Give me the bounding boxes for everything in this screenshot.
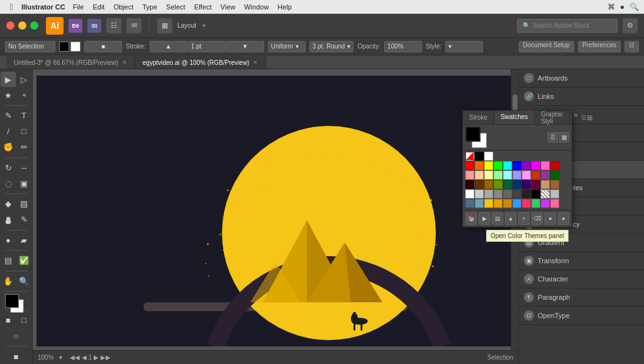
- list-view-btn[interactable]: ☰: [548, 132, 558, 142]
- menu-type[interactable]: Type: [138, 0, 161, 14]
- menu-object[interactable]: Object: [109, 0, 137, 14]
- menu-select[interactable]: Select: [162, 0, 189, 14]
- new-color-group-btn[interactable]: ▲: [505, 212, 516, 225]
- panel-gradient[interactable]: ▨ Gradient: [519, 234, 644, 252]
- delete-swatch-btn[interactable]: ⌫: [531, 212, 543, 225]
- first-page[interactable]: ◀◀: [70, 354, 80, 361]
- swatch-lt-blue2[interactable]: [513, 199, 521, 208]
- swatch-dk-brown1[interactable]: [465, 180, 474, 189]
- swatch-rose[interactable]: [550, 199, 559, 208]
- swatch-black[interactable]: [475, 152, 484, 161]
- fill-button[interactable]: ■: [1, 312, 16, 327]
- last-page[interactable]: ▶▶: [101, 354, 111, 361]
- swatch-pattern[interactable]: [541, 190, 550, 198]
- prev-page[interactable]: ◀: [82, 354, 87, 361]
- swatch-white[interactable]: [484, 152, 493, 161]
- grid-view-btn[interactable]: ▦: [559, 132, 569, 142]
- swatch-gray4[interactable]: [503, 190, 512, 198]
- line-tool[interactable]: /: [1, 124, 16, 139]
- swatch-dk-purple[interactable]: [541, 171, 550, 179]
- swatch-lt-cyan[interactable]: [503, 171, 512, 179]
- swatch-gray5[interactable]: [513, 190, 521, 198]
- direct-selection-tool[interactable]: ▷: [16, 72, 31, 87]
- preferences-button[interactable]: Preferences: [578, 41, 621, 52]
- swatch-navy[interactable]: [513, 180, 521, 189]
- sync-button[interactable]: ⚙: [623, 18, 638, 33]
- normal-mode[interactable]: ○: [9, 328, 24, 343]
- swatches-more[interactable]: »: [570, 111, 581, 124]
- pencil-tool[interactable]: ✏: [16, 140, 31, 155]
- swatch-brown[interactable]: [550, 180, 559, 189]
- slice-tool[interactable]: ✅: [16, 253, 31, 268]
- doc-setup-button[interactable]: Document Setup: [519, 41, 575, 52]
- swatch-lt-blue[interactable]: [513, 171, 521, 179]
- color-themes-btn[interactable]: ● Open Color Themes panel: [558, 212, 569, 225]
- panel-artboards[interactable]: □ Artboards: [519, 69, 644, 88]
- swatch-lt-yellow[interactable]: [484, 171, 493, 179]
- draw-mode-button[interactable]: ■: [9, 349, 24, 364]
- tab-egypt-close[interactable]: ✕: [253, 59, 258, 65]
- swatch-violet[interactable]: [522, 161, 531, 170]
- show-kinds-btn[interactable]: ▶: [479, 212, 490, 225]
- swatch-red[interactable]: [465, 161, 474, 170]
- eyedropper-tool[interactable]: ⛄: [1, 212, 16, 227]
- zoom-tool[interactable]: 🔍: [16, 273, 31, 288]
- scale-tool[interactable]: ↔: [16, 160, 31, 175]
- swatch-dk-orange[interactable]: [531, 171, 540, 179]
- swatch-yellow[interactable]: [484, 161, 493, 170]
- new-swatch-btn[interactable]: +: [518, 212, 530, 225]
- tab-untitled[interactable]: Untitled-3* @ 66.67% (RGB/Preview) ✕: [6, 56, 135, 69]
- menu-help[interactable]: Help: [274, 0, 296, 14]
- swatch-purple[interactable]: [541, 199, 550, 208]
- symbol-tool[interactable]: ●: [1, 232, 16, 247]
- current-swatch-area[interactable]: [465, 127, 487, 148]
- swatch-dk-brown2[interactable]: [475, 180, 484, 189]
- fill-color[interactable]: [59, 42, 69, 52]
- close-button[interactable]: [6, 21, 14, 30]
- gradient-tool[interactable]: ▨: [16, 196, 31, 212]
- style-box[interactable]: ▾: [445, 41, 483, 52]
- swatch-none[interactable]: [465, 152, 474, 161]
- swatch-coral[interactable]: [522, 199, 531, 208]
- menu-file[interactable]: File: [69, 0, 88, 14]
- tab-untitled-close[interactable]: ✕: [122, 59, 127, 65]
- swatch-gold[interactable]: [484, 180, 493, 189]
- swatch-dk-amber[interactable]: [494, 199, 502, 208]
- swatches-menu[interactable]: ☰: [581, 111, 587, 124]
- uniform-select[interactable]: Uniform ▾: [268, 41, 306, 52]
- swatch-magenta[interactable]: [531, 161, 540, 170]
- apple-menu[interactable]: : [5, 2, 18, 12]
- stroke-down[interactable]: ▲: [150, 41, 187, 52]
- opacity-value[interactable]: 100%: [384, 41, 422, 52]
- swatch-gray3[interactable]: [494, 190, 502, 198]
- swatch-lt-green[interactable]: [494, 171, 502, 179]
- stroke-value[interactable]: 1 pt: [188, 41, 226, 52]
- minimize-button[interactable]: [18, 21, 26, 30]
- pen-tool[interactable]: ✎: [1, 108, 16, 123]
- swatch-amber[interactable]: [484, 199, 493, 208]
- swatches-tab[interactable]: Swatches: [494, 111, 535, 124]
- swatch-w1[interactable]: [465, 190, 474, 198]
- swatch-gray6[interactable]: [522, 190, 531, 198]
- fg-color-box[interactable]: [5, 294, 19, 308]
- graphic-styli-tab[interactable]: Graphic Styli: [535, 111, 570, 124]
- canvas-area[interactable]: ✦+ ✦+ ✦+ ✦+ ✦+ ✦+ ✦+ ✦+ +✦ ++ +✦ +✦ + + …: [33, 69, 518, 364]
- swatch-lt-orange[interactable]: [475, 171, 484, 179]
- artboard-tool[interactable]: ▤: [1, 253, 16, 268]
- free-transform-tool[interactable]: ▣: [16, 176, 31, 191]
- swatch-blue[interactable]: [513, 161, 521, 170]
- hand-tool[interactable]: ✋: [1, 273, 16, 288]
- swatches-grid-view[interactable]: ▦: [587, 111, 592, 124]
- swatch-indigo[interactable]: [522, 180, 531, 189]
- swatch-orange[interactable]: [475, 161, 484, 170]
- paintbrush-tool[interactable]: ✊: [1, 140, 16, 155]
- panel-links[interactable]: 🔗 Links: [519, 88, 644, 106]
- search-stock[interactable]: 🔍 Search Adobe Stock: [517, 19, 618, 33]
- menu-view[interactable]: View: [217, 0, 240, 14]
- menu-window[interactable]: Window: [240, 0, 272, 14]
- swatch-maroon[interactable]: [531, 180, 540, 189]
- swatch-cyan[interactable]: [503, 161, 512, 170]
- panel-paragraph[interactable]: ¶ Paragraph: [519, 288, 644, 307]
- swatch-libraries-btn[interactable]: 📚: [465, 212, 477, 225]
- swatch-black2[interactable]: [531, 190, 540, 198]
